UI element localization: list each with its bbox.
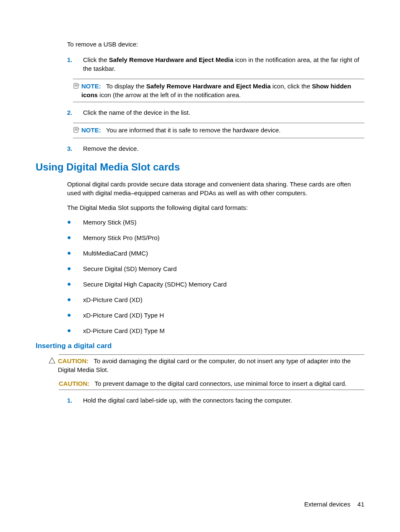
- t: To prevent damage to the digital card co…: [95, 380, 347, 387]
- step-body: Click the Safely Remove Hardware and Eje…: [83, 55, 364, 73]
- note-2: NOTE: You are informed that it is safe t…: [73, 123, 364, 138]
- rule: [73, 102, 364, 102]
- list-text: Memory Stick Pro (MS/Pro): [83, 233, 160, 242]
- format-list: ●Memory Stick (MS) ●Memory Stick Pro (MS…: [67, 218, 364, 335]
- list-text: xD-Picture Card (XD): [83, 295, 143, 304]
- section-body: Optional digital cards provide secure da…: [67, 180, 364, 335]
- note-label: NOTE:: [81, 83, 101, 90]
- svg-rect-0: [74, 83, 78, 88]
- step-body: Remove the device.: [83, 144, 364, 153]
- caution-text: CAUTION: To avoid damaging the digital c…: [58, 356, 364, 374]
- svg-rect-4: [74, 127, 78, 132]
- list-text: MultiMediaCard (MMC): [83, 249, 148, 258]
- list-text: xD-Picture Card (XD) Type M: [83, 326, 165, 335]
- rule: [73, 123, 364, 123]
- list-item: ●Secure Digital (SD) Memory Card: [67, 264, 364, 273]
- list-text: Secure Digital (SD) Memory Card: [83, 264, 177, 273]
- page: To remove a USB device: 1. Click the Saf…: [0, 0, 400, 532]
- heading-inserting: Inserting a digital card: [36, 342, 364, 350]
- t: icon, click the: [271, 83, 312, 90]
- text: Click the: [83, 56, 109, 63]
- rule: [59, 390, 364, 390]
- bullet-icon: ●: [67, 311, 83, 320]
- t: To display the: [106, 83, 146, 90]
- step-body: Hold the digital card label-side up, wit…: [83, 396, 364, 405]
- step-1b: 1. Hold the digital card label-side up, …: [67, 396, 364, 405]
- step-number: 1.: [67, 55, 83, 73]
- step-3: 3. Remove the device.: [67, 144, 364, 153]
- step-2: 2. Click the name of the device in the l…: [67, 108, 364, 117]
- text: Remove the device.: [83, 145, 139, 152]
- bullet-icon: ●: [67, 218, 83, 227]
- bold-text: Safely Remove Hardware and Eject Media: [109, 56, 234, 63]
- step-1: 1. Click the Safely Remove Hardware and …: [67, 55, 364, 73]
- footer-page: 41: [357, 501, 364, 508]
- bullet-icon: ●: [67, 233, 83, 242]
- bullet-icon: ●: [67, 326, 83, 335]
- intro-text: To remove a USB device:: [67, 40, 364, 49]
- t: icon (the arrow at the left of in the no…: [98, 91, 241, 98]
- caution-label: CAUTION:: [58, 357, 88, 364]
- note-text: NOTE: To display the Safely Remove Hardw…: [81, 82, 364, 99]
- bullet-icon: ●: [67, 249, 83, 258]
- paragraph: Optional digital cards provide secure da…: [67, 180, 364, 197]
- b: Safely Remove Hardware and Eject Media: [146, 83, 271, 90]
- list-item: ●Secure Digital High Capacity (SDHC) Mem…: [67, 280, 364, 289]
- list-text: Memory Stick (MS): [83, 218, 137, 227]
- list-item: ●Memory Stick Pro (MS/Pro): [67, 233, 364, 242]
- list-item: ●MultiMediaCard (MMC): [67, 249, 364, 258]
- bullet-icon: ●: [67, 264, 83, 273]
- caution-2-text: CAUTION: To prevent damage to the digita…: [59, 379, 364, 388]
- heading-using-digital-media: Using Digital Media Slot cards: [36, 161, 364, 173]
- caution-label: CAUTION:: [59, 380, 89, 387]
- step-number: 1.: [67, 396, 83, 405]
- bottom-steps: 1. Hold the digital card label-side up, …: [67, 396, 364, 405]
- bullet-icon: ●: [67, 280, 83, 289]
- note-text: NOTE: You are informed that it is safe t…: [81, 126, 364, 134]
- intro-block: To remove a USB device: 1. Click the Saf…: [67, 40, 364, 153]
- step-body: Click the name of the device in the list…: [83, 108, 364, 117]
- list-item: ●Memory Stick (MS): [67, 218, 364, 227]
- rule: [73, 79, 364, 79]
- rule: [59, 354, 364, 355]
- text: Click the name of the device in the list…: [83, 109, 190, 116]
- list-item: ●xD-Picture Card (XD): [67, 295, 364, 304]
- footer-section: External devices: [304, 501, 351, 508]
- step-number: 2.: [67, 108, 83, 117]
- paragraph: The Digital Media Slot supports the foll…: [67, 203, 364, 212]
- caution-icon: [49, 356, 58, 366]
- step-number: 3.: [67, 144, 83, 153]
- list-item: ●xD-Picture Card (XD) Type M: [67, 326, 364, 335]
- list-text: xD-Picture Card (XD) Type H: [83, 311, 164, 320]
- caution-1: CAUTION: To avoid damaging the digital c…: [59, 354, 364, 390]
- list-item: ●xD-Picture Card (XD) Type H: [67, 311, 364, 320]
- note-label: NOTE:: [81, 127, 101, 134]
- t: You are informed that it is safe to remo…: [106, 127, 281, 134]
- note-icon: [73, 126, 81, 135]
- bullet-icon: ●: [67, 295, 83, 304]
- t: To avoid damaging the digital card or th…: [58, 357, 351, 373]
- note-icon: [73, 82, 81, 91]
- page-footer: External devices 41: [304, 501, 364, 508]
- list-text: Secure Digital High Capacity (SDHC) Memo…: [83, 280, 227, 289]
- rule: [73, 138, 364, 138]
- note-1: NOTE: To display the Safely Remove Hardw…: [73, 79, 364, 102]
